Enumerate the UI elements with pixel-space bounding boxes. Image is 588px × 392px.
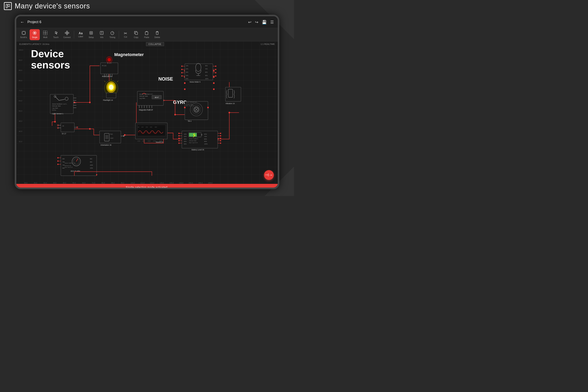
fab-button[interactable]: ⊣→ <box>264 170 274 180</box>
tool-timing[interactable]: Timing <box>107 29 118 40</box>
single-icon <box>32 31 37 36</box>
scroll-icon <box>22 31 26 36</box>
tool-paste[interactable]: Paste <box>142 29 152 40</box>
device-sensors-title: Devicesensors <box>31 48 70 70</box>
tool-info[interactable]: Info <box>97 29 107 40</box>
timing-label: Timing <box>110 36 116 38</box>
svg-rect-2 <box>22 31 25 34</box>
svg-point-15 <box>66 31 68 32</box>
svg-line-26 <box>112 32 113 33</box>
menu-button[interactable]: ☰ <box>270 20 274 24</box>
toolbar: Scroll b. Single Multi <box>16 28 278 41</box>
multi-icon <box>43 31 48 36</box>
bottom-status-text: Single selection mode activated. <box>126 186 168 189</box>
svg-rect-11 <box>43 33 45 35</box>
collapse-button[interactable]: COLLAPSE <box>146 42 164 46</box>
tool-scroll[interactable]: Scroll b. <box>18 29 29 40</box>
page-header: Many device's sensors <box>4 2 90 10</box>
timing-icon <box>110 31 114 36</box>
top-actions: ↩ ↪ 💾 ☰ <box>248 20 274 24</box>
page-icon <box>4 2 12 10</box>
svg-point-23 <box>102 32 102 32</box>
bottom-status-bar: Single selection mode activated. <box>16 184 278 189</box>
svg-rect-27 <box>135 32 138 34</box>
touch-label: Touch <box>53 36 58 38</box>
connect-icon <box>65 31 69 36</box>
touch-icon <box>54 31 58 36</box>
svg-rect-28 <box>145 32 148 35</box>
top-bar: ← Project 6 ↩ ↪ 💾 ☰ <box>16 16 278 28</box>
svg-rect-10 <box>45 31 47 33</box>
realtime-display: 1:1 REALTIME <box>260 43 275 45</box>
redo-button[interactable]: ↪ <box>255 20 258 24</box>
setup-icon <box>89 31 93 36</box>
svg-rect-29 <box>156 32 158 34</box>
info-icon <box>100 31 104 36</box>
paste-icon <box>144 31 149 36</box>
noise-label: NOISE <box>158 76 173 82</box>
paste-label: Paste <box>144 36 149 38</box>
tool-setup[interactable]: Setup <box>86 29 96 40</box>
svg-rect-1 <box>8 4 10 7</box>
svg-rect-0 <box>6 4 8 8</box>
delete-icon <box>155 31 159 36</box>
svg-rect-12 <box>45 33 47 35</box>
latency-display: ELEMENTS LATENCY: 16.0ms <box>19 43 50 45</box>
toolbar-divider-2 <box>119 31 119 38</box>
tool-cut[interactable]: ✂ Cut <box>120 29 130 40</box>
delete-label: Delete <box>154 36 160 38</box>
label-icon: Aa <box>78 32 82 35</box>
back-button[interactable]: ← <box>20 20 24 25</box>
page-title: Many device's sensors <box>15 2 90 10</box>
multi-label: Multi <box>43 36 48 38</box>
copy-icon <box>134 31 138 36</box>
tool-single[interactable]: Single <box>30 29 40 40</box>
tool-touch[interactable]: Touch <box>51 29 61 40</box>
copy-label: Copy <box>134 36 138 38</box>
cut-label: Cut <box>124 36 127 38</box>
canvas-area[interactable]: ELEMENTS LATENCY: 16.0ms COLLAPSE 1:1 RE… <box>16 41 278 184</box>
tool-multi[interactable]: Multi <box>40 29 50 40</box>
gyro-label: GYRO <box>173 100 187 105</box>
project-title: Project 6 <box>28 20 248 24</box>
info-label: Info <box>100 36 104 38</box>
tool-connect[interactable]: Connect <box>61 29 72 40</box>
canvas-status-bar: ELEMENTS LATENCY: 16.0ms COLLAPSE 1:1 RE… <box>16 41 278 47</box>
tool-copy[interactable]: Copy <box>131 29 141 40</box>
connect-label: Connect <box>63 36 70 38</box>
scroll-label: Scroll b. <box>20 36 27 38</box>
svg-point-8 <box>34 32 35 34</box>
svg-rect-19 <box>90 32 92 34</box>
plugin-icon: ⊣→ <box>265 172 273 178</box>
single-label: Single <box>32 36 38 38</box>
setup-label: Setup <box>88 36 94 38</box>
tablet-frame: ← Project 6 ↩ ↪ 💾 ☰ Scroll b. <box>15 15 279 189</box>
svg-point-16 <box>66 34 68 35</box>
svg-point-13 <box>65 32 66 34</box>
svg-point-14 <box>68 32 69 34</box>
undo-button[interactable]: ↩ <box>248 20 252 24</box>
cut-icon: ✂ <box>124 31 127 35</box>
tool-delete[interactable]: Delete <box>152 29 162 40</box>
save-button[interactable]: 💾 <box>262 20 267 24</box>
tool-label[interactable]: Aa Label <box>76 29 86 40</box>
svg-rect-9 <box>43 31 45 33</box>
magnetometer-label: Magnetometer <box>114 52 144 57</box>
svg-point-20 <box>90 32 92 34</box>
label-label: Label <box>78 36 83 38</box>
